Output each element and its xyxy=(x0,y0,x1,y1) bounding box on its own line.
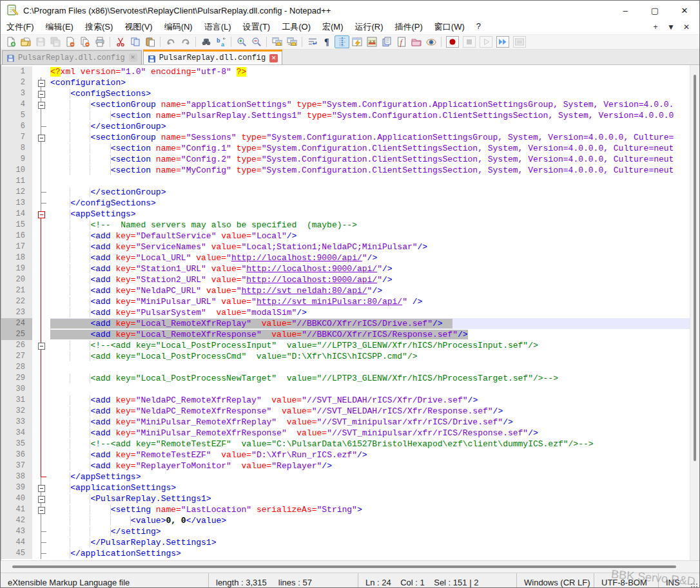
code-line[interactable]: <!--<add key="RemoteTestEZF" value="C:\P… xyxy=(50,439,690,450)
document-list-icon[interactable] xyxy=(379,35,394,48)
maximize-button[interactable]: ▢ xyxy=(640,1,670,20)
code-line[interactable]: <add key="RemoteTestEZF" value="D:\Xfr\R… xyxy=(50,450,690,460)
code-line[interactable]: <value>0, 0</value> xyxy=(50,515,690,526)
tab-close-icon[interactable]: ✕ xyxy=(129,53,137,62)
code-line[interactable]: </PulsarReplay.Settings1> xyxy=(50,537,690,548)
sync-horizontal-scroll-icon[interactable] xyxy=(284,35,299,48)
status-encoding[interactable]: UTF-8-BOM xyxy=(594,573,658,588)
menu-item-tools[interactable]: 工具(O) xyxy=(276,20,316,34)
code-line[interactable]: <add key="PulsarSystem" value="modalSim"… xyxy=(50,307,690,318)
fold-margin[interactable] xyxy=(32,285,50,296)
menu-item-search[interactable]: 搜索(S) xyxy=(79,20,119,34)
code-line[interactable]: <PulsarReplay.Settings1> xyxy=(50,493,690,504)
style-token-icon[interactable] xyxy=(349,35,364,48)
word-wrap-icon[interactable] xyxy=(305,35,320,48)
code-line[interactable]: <applicationSettings> xyxy=(50,482,690,493)
cut-icon[interactable] xyxy=(113,35,128,48)
macro-record-icon[interactable] xyxy=(446,36,459,48)
fold-margin[interactable] xyxy=(32,252,50,263)
find-icon[interactable] xyxy=(199,35,213,48)
code-line[interactable]: <section name="Config.2" type="System.Co… xyxy=(50,154,690,165)
code-line[interactable]: <add key="Local_PostProcessNewTarget" va… xyxy=(50,373,690,384)
close-all-icon[interactable] xyxy=(77,35,92,48)
paste-icon[interactable] xyxy=(142,35,157,48)
fold-margin[interactable] xyxy=(32,482,50,493)
code-line[interactable]: <add key="NeldaPC_RemoteXfrResponse" val… xyxy=(50,406,690,417)
fold-margin[interactable] xyxy=(32,493,50,504)
code-line[interactable]: <section name="MyConfig" type="System.Co… xyxy=(50,165,690,176)
fold-margin[interactable] xyxy=(32,515,50,526)
fold-margin[interactable] xyxy=(32,428,50,439)
code-line[interactable]: <!--<add key="Local_PostProcessInput" va… xyxy=(50,340,690,351)
menu-item-encoding[interactable]: 编码(N) xyxy=(159,20,199,34)
tab-list-button[interactable]: ▼ xyxy=(663,23,679,32)
fold-margin[interactable] xyxy=(32,165,50,176)
fold-margin[interactable] xyxy=(32,132,50,143)
fold-margin[interactable] xyxy=(32,406,50,417)
close-tab-button[interactable]: ✕ xyxy=(679,23,694,32)
fold-margin[interactable] xyxy=(32,88,50,99)
fold-margin[interactable] xyxy=(32,450,50,460)
fold-margin[interactable] xyxy=(32,439,50,450)
menu-item-edit[interactable]: 编辑(E) xyxy=(40,20,79,34)
menu-item-window[interactable]: 窗口(W) xyxy=(429,20,471,34)
code-line[interactable]: <add key="NeldaPC_RemoteXfrReplay" value… xyxy=(50,395,690,406)
code-line[interactable]: </sectionGroup> xyxy=(50,187,690,198)
fold-margin[interactable] xyxy=(32,263,50,274)
zoom-out-icon[interactable] xyxy=(249,35,264,48)
code-line[interactable]: <configuration> xyxy=(50,77,690,88)
fold-margin[interactable] xyxy=(32,187,50,198)
undo-icon[interactable] xyxy=(163,35,178,48)
code-line[interactable]: </appSettings> xyxy=(50,471,690,482)
code-line[interactable]: <add key="Local_URL" value="http://local… xyxy=(50,252,690,263)
horizontal-scrollbar[interactable] xyxy=(1,560,699,573)
macro-run-multiple-icon[interactable] xyxy=(496,36,509,48)
fold-margin[interactable] xyxy=(32,351,50,362)
minimize-button[interactable]: – xyxy=(610,1,640,20)
fold-margin[interactable] xyxy=(32,307,50,318)
code-line[interactable]: <sectionGroup name="applicationSettings"… xyxy=(50,99,690,110)
code-line[interactable]: <add key="ServiceNames" value="Local;Sta… xyxy=(50,242,690,252)
fold-margin[interactable] xyxy=(32,548,50,559)
code-line[interactable]: </configSections> xyxy=(50,198,690,209)
code-line[interactable]: <add key="Local_PostProcessCmd" value="D… xyxy=(50,351,690,362)
file-monitoring-icon[interactable] xyxy=(423,35,438,48)
function-list-icon[interactable]: f xyxy=(394,35,409,48)
fold-margin[interactable] xyxy=(32,121,50,132)
code-line[interactable]: <add key="MiniPulsar_RemoteXfrResponse" … xyxy=(50,428,690,439)
fold-margin[interactable] xyxy=(32,176,50,187)
fold-margin[interactable] xyxy=(32,460,50,471)
fold-margin[interactable] xyxy=(32,340,50,351)
close-file-icon[interactable] xyxy=(63,35,77,48)
fold-margin[interactable] xyxy=(32,231,50,242)
zoom-in-icon[interactable] xyxy=(234,35,249,48)
folder-workspace-icon[interactable] xyxy=(409,35,423,48)
menu-item-file[interactable]: 文件(F) xyxy=(1,20,40,34)
sync-vertical-scroll-icon[interactable] xyxy=(269,35,284,48)
fold-margin[interactable] xyxy=(32,537,50,548)
fold-margin[interactable] xyxy=(32,274,50,285)
vertical-scrollbar[interactable] xyxy=(690,65,699,560)
fold-margin[interactable] xyxy=(32,384,50,395)
code-line[interactable]: <add key="Local_RemoteXfrResponse" value… xyxy=(50,329,690,340)
code-line[interactable]: </setting> xyxy=(50,526,690,537)
editor-pane[interactable]: 1<?xml version="1.0" encoding="utf-8" ?>… xyxy=(1,65,699,560)
code-line[interactable]: <add key="ReplayerToMonitor" value="Repl… xyxy=(50,460,690,471)
code-line[interactable]: <add key="Station2_URL" value="http://lo… xyxy=(50,274,690,285)
close-button[interactable]: ✕ xyxy=(670,1,699,20)
code-line[interactable]: <!-- Named servers may also be specified… xyxy=(50,220,690,231)
tab-1[interactable]: PulsarReplay.dll.config✕ xyxy=(2,50,142,64)
menu-item-language[interactable]: 语言(L) xyxy=(199,20,237,34)
redo-icon[interactable] xyxy=(178,35,193,48)
menu-item-view[interactable]: 视图(V) xyxy=(119,20,158,34)
fold-margin[interactable] xyxy=(32,220,50,231)
code-line[interactable]: <add key="MiniPulsar_URL" value="http://… xyxy=(50,296,690,307)
tab-close-icon[interactable]: ✕ xyxy=(269,54,278,62)
fold-margin[interactable] xyxy=(32,526,50,537)
copy-icon[interactable] xyxy=(128,35,142,48)
fold-margin[interactable] xyxy=(32,362,50,373)
fold-margin[interactable] xyxy=(32,154,50,165)
document-map-icon[interactable] xyxy=(364,35,379,48)
fold-margin[interactable] xyxy=(32,110,50,121)
horizontal-scrollbar-thumb[interactable] xyxy=(12,565,676,568)
